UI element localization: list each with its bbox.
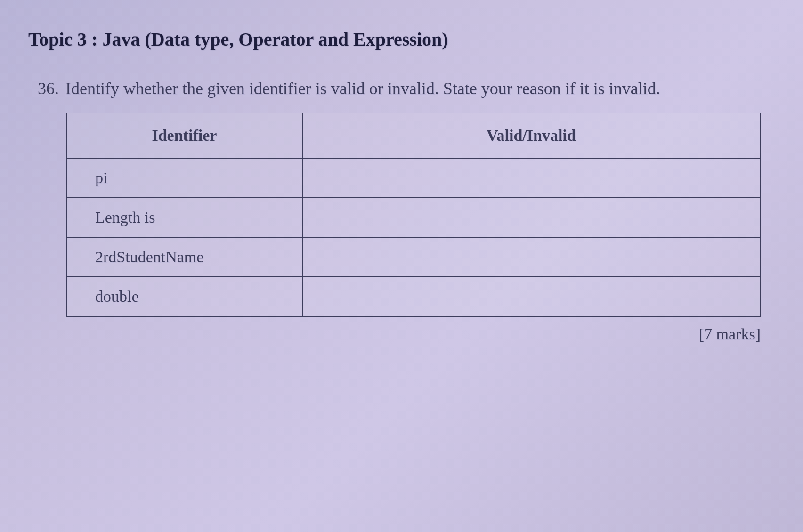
table-row: 2rdStudentName xyxy=(66,237,760,277)
cell-identifier: 2rdStudentName xyxy=(66,237,302,277)
question-number: 36. xyxy=(38,79,59,98)
table-header-row: Identifier Valid/Invalid xyxy=(66,113,760,158)
marks-row: [7 marks] xyxy=(24,325,761,343)
cell-validity xyxy=(302,277,760,316)
topic-heading: Topic 3 : Java (Data type, Operator and … xyxy=(28,28,779,50)
identifier-table: Identifier Valid/Invalid pi Length is 2r… xyxy=(66,113,761,317)
cell-identifier: double xyxy=(66,277,302,316)
table-row: double xyxy=(66,277,760,316)
table-row: pi xyxy=(66,158,760,198)
question-row: 36. Identify whether the given identifie… xyxy=(38,79,779,98)
cell-identifier: pi xyxy=(66,158,302,198)
question-text: Identify whether the given identifier is… xyxy=(65,79,660,98)
table-container: Identifier Valid/Invalid pi Length is 2r… xyxy=(66,113,761,317)
cell-validity xyxy=(302,237,760,277)
table-row: Length is xyxy=(66,198,760,237)
cell-validity xyxy=(302,158,760,198)
cell-identifier: Length is xyxy=(66,198,302,237)
cell-validity xyxy=(302,198,760,237)
header-validity: Valid/Invalid xyxy=(302,113,760,158)
header-identifier: Identifier xyxy=(66,113,302,158)
marks-text: [7 marks] xyxy=(699,325,761,343)
